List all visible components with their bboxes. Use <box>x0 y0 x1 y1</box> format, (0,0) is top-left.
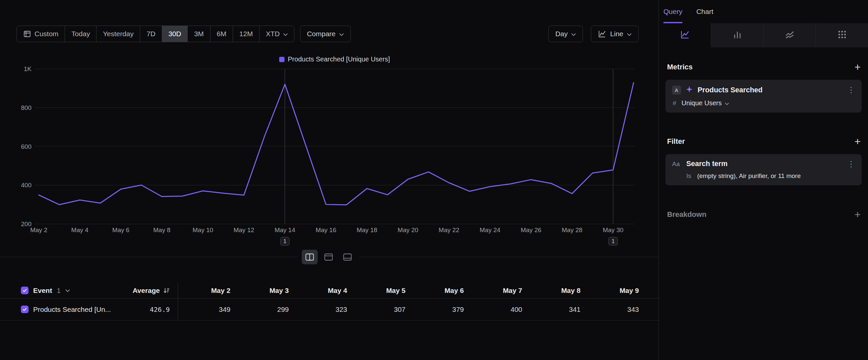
chart-type-tabs <box>659 23 868 47</box>
filter-value[interactable]: (empty string), Air purifier, or 11 more <box>697 172 801 180</box>
layout-table-only-button[interactable] <box>340 250 355 265</box>
metrics-section-header: Metrics + <box>667 62 861 73</box>
filter-heading: Filter <box>667 137 685 146</box>
svg-text:1K: 1K <box>24 65 32 73</box>
add-filter-button[interactable]: + <box>855 136 861 147</box>
toolbar: Custom Today Yesterday 7D 30D 3M 6M 12M … <box>17 26 639 42</box>
row-value: 299 <box>237 299 295 320</box>
metric-letter-badge: A <box>672 86 681 95</box>
range-3m[interactable]: 3M <box>188 26 210 42</box>
breakdown-heading: Breakdown <box>667 210 707 219</box>
range-today[interactable]: Today <box>65 26 96 42</box>
filter-operator[interactable]: Is <box>686 172 691 180</box>
stacked-chart-icon <box>785 30 795 41</box>
chevron-down-icon <box>339 30 344 38</box>
layout-split-button[interactable] <box>302 250 318 265</box>
main-panel: Custom Today Yesterday 7D 30D 3M 6M 12M … <box>0 0 658 360</box>
compare-button[interactable]: Compare <box>300 26 351 42</box>
chart-type-tab-stacked[interactable] <box>763 23 816 47</box>
svg-text:May 8: May 8 <box>153 226 170 233</box>
event-column-header: Event <box>33 286 52 295</box>
date-column-header: May 6 <box>411 283 470 298</box>
select-all-checkbox[interactable] <box>21 286 29 294</box>
range-7d[interactable]: 7D <box>140 26 162 42</box>
svg-text:May 28: May 28 <box>562 226 582 233</box>
svg-text:May 10: May 10 <box>193 226 213 233</box>
kebab-menu-icon[interactable]: ⋮ <box>847 160 855 168</box>
svg-text:1: 1 <box>283 238 286 244</box>
line-chart-icon <box>680 30 690 41</box>
range-30d[interactable]: 30D <box>162 26 188 42</box>
date-column-header: May 3 <box>237 283 295 298</box>
line-chart[interactable]: 2004006008001K11May 2May 4May 6May 8May … <box>0 50 658 254</box>
chart-type-tab-bar[interactable] <box>711 23 763 47</box>
row-value: 307 <box>353 299 411 320</box>
chart-type-button[interactable]: Line <box>591 26 639 42</box>
svg-text:May 18: May 18 <box>357 226 377 233</box>
granularity-button[interactable]: Day <box>548 26 583 42</box>
layout-toggle-group <box>298 248 360 266</box>
date-column-header: May 7 <box>470 283 528 298</box>
sort-icon[interactable] <box>163 287 170 294</box>
table-row[interactable]: Products Searched [Un... 426.9 349 299 3… <box>0 299 658 321</box>
svg-text:400: 400 <box>21 182 31 189</box>
line-chart-icon <box>598 30 607 38</box>
range-6m[interactable]: 6M <box>211 26 233 42</box>
svg-text:May 2: May 2 <box>30 226 48 233</box>
date-column-header: May 9 <box>587 283 645 298</box>
tab-chart[interactable]: Chart <box>696 0 713 23</box>
svg-text:May 22: May 22 <box>439 226 459 233</box>
layout-chart-only-button[interactable] <box>320 250 337 265</box>
svg-text:May 4: May 4 <box>71 226 89 233</box>
row-value: 349 <box>178 299 237 320</box>
results-table: Event 1 Average May 2 May 3 May 4 May 5 … <box>0 283 658 321</box>
chart-type-label: Line <box>610 30 623 38</box>
sparkle-icon <box>685 85 693 95</box>
row-value: 341 <box>528 299 587 320</box>
compare-label: Compare <box>307 30 336 38</box>
kebab-menu-icon[interactable]: ⋮ <box>847 86 855 94</box>
svg-text:May 30: May 30 <box>603 226 623 233</box>
filter-section-header: Filter + <box>667 136 861 147</box>
svg-text:May 12: May 12 <box>234 226 254 233</box>
calendar-icon <box>23 30 31 38</box>
aggregation-label: Unique Users <box>682 99 722 107</box>
row-value: 323 <box>295 299 353 320</box>
chevron-down-icon[interactable] <box>65 287 70 294</box>
svg-text:May 6: May 6 <box>113 226 130 233</box>
row-value: 400 <box>470 299 528 320</box>
row-checkbox[interactable] <box>21 306 29 313</box>
svg-text:May 20: May 20 <box>398 226 418 233</box>
metric-card[interactable]: A Products Searched ⋮ # Unique Users <box>665 80 862 113</box>
range-custom[interactable]: Custom <box>17 26 65 42</box>
table-header-row: Event 1 Average May 2 May 3 May 4 May 5 … <box>0 283 658 299</box>
granularity-label: Day <box>555 30 568 38</box>
chevron-down-icon <box>725 99 729 107</box>
range-xtd[interactable]: XTD <box>259 26 294 42</box>
grid-chart-icon <box>837 30 847 41</box>
aggregation-selector[interactable]: Unique Users <box>682 99 729 107</box>
chart-type-tab-grid[interactable] <box>816 23 868 47</box>
svg-text:600: 600 <box>21 143 31 150</box>
svg-text:May 16: May 16 <box>316 226 336 233</box>
add-breakdown-button[interactable]: + <box>855 209 861 220</box>
row-value: 343 <box>587 299 645 320</box>
range-label: Custom <box>34 30 58 38</box>
svg-text:May 26: May 26 <box>521 226 541 233</box>
date-column-header: May 5 <box>353 283 411 298</box>
chevron-down-icon <box>627 30 631 38</box>
range-12m[interactable]: 12M <box>233 26 259 42</box>
chart-type-tab-line[interactable] <box>659 23 711 47</box>
filter-card[interactable]: Aa Search term ⋮ Is (empty string), Air … <box>665 154 862 185</box>
range-yesterday[interactable]: Yesterday <box>96 26 140 42</box>
row-average-value: 426.9 <box>150 306 170 313</box>
svg-text:800: 800 <box>21 104 31 111</box>
metrics-heading: Metrics <box>667 63 692 72</box>
range-label: XTD <box>266 30 280 38</box>
date-column-header: May 4 <box>295 283 353 298</box>
query-sidebar: Query Chart Metrics + A <box>658 0 868 360</box>
tab-query[interactable]: Query <box>663 0 682 23</box>
row-value: 379 <box>411 299 470 320</box>
add-metric-button[interactable]: + <box>855 62 861 73</box>
date-column-header: May 8 <box>528 283 587 298</box>
